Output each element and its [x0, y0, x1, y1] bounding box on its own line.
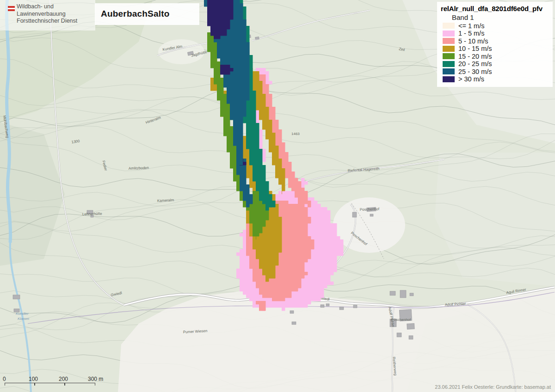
map-label: Riefental Hagereith	[348, 166, 380, 173]
org-line: Forsttechnischer Dienst	[17, 18, 77, 25]
scale-bar-line	[5, 383, 95, 386]
legend-entry-label: 25 - 30 m/s	[458, 68, 492, 75]
org-line: Lawinenverbauung	[17, 11, 77, 18]
map-label: Hinteralm	[145, 116, 162, 125]
legend-swatch	[443, 31, 455, 37]
legend-entry-label: 10 - 15 m/s	[458, 45, 492, 52]
legend-entry-label: 5 - 10 m/s	[458, 37, 488, 45]
legend-swatch	[443, 68, 455, 74]
legend-entry-label: 1 - 5 m/s	[458, 30, 484, 37]
map-label: Kameralm	[157, 198, 174, 203]
legend-entry: 5 - 10 m/s	[443, 38, 553, 44]
org-line: Wildbach- und	[17, 3, 77, 11]
map-title-box: AuberbachSalto	[95, 3, 199, 25]
scale-label: 200	[59, 376, 68, 382]
scale-bar: 0 100 200 300 m	[5, 376, 111, 388]
legend-entry-label: > 30 m/s	[458, 75, 484, 83]
legend-swatch	[443, 76, 455, 82]
legend-entry: 15 - 20 m/s	[443, 53, 553, 60]
legend-swatch	[443, 38, 455, 44]
map-label: Poschenhof	[360, 207, 380, 212]
org-header: Wildbach- und Lawinenverbauung Forsttech…	[0, 0, 95, 31]
scale-label: 300 m	[88, 376, 103, 382]
legend-swatch	[443, 46, 455, 52]
map-label: Kundler	[16, 312, 29, 316]
legend-entry: 1 - 5 m/s	[443, 31, 553, 37]
scale-tick	[34, 383, 35, 386]
map-label: 1463	[291, 132, 300, 136]
map-label: 1300	[71, 139, 80, 144]
scale-tick	[64, 383, 65, 386]
legend-entry: 25 - 30 m/s	[443, 68, 553, 75]
legend-entries: <= 1 m/s1 - 5 m/s5 - 10 m/s10 - 15 m/s15…	[441, 23, 553, 82]
map-label: Klamm	[18, 317, 29, 321]
austria-flag-icon	[8, 6, 15, 11]
legend-entry: 10 - 15 m/s	[443, 46, 553, 52]
legend-title: relAlr_null_dfa_8201df6e0d_pfv	[441, 5, 553, 12]
scale-label: 100	[29, 376, 38, 382]
legend-entry-label: <= 1 m/s	[458, 22, 484, 30]
map-label: Amlitzboden	[129, 165, 149, 171]
legend-swatch	[443, 53, 455, 59]
org-name: Wildbach- und Lawinenverbauung Forsttech…	[17, 3, 77, 25]
map-label: Fedier	[101, 160, 108, 172]
legend-band-label: Band 1	[452, 13, 553, 21]
legend-panel: relAlr_null_dfa_8201df6e0d_pfv Band 1 <=…	[437, 2, 553, 87]
avalanche-velocity-overlay	[204, 0, 343, 311]
map-title: AuberbachSalto	[101, 9, 170, 19]
map-label: Pöschenhof	[391, 318, 411, 322]
map-label: Zeil	[399, 47, 406, 52]
legend-entry-label: 20 - 25 m/s	[458, 60, 492, 67]
scale-label: 0	[3, 376, 6, 382]
legend-entry: <= 1 m/s	[443, 23, 553, 29]
legend-swatch	[443, 23, 455, 29]
legend-entry-label: 15 - 20 m/s	[458, 53, 492, 60]
legend-entry: 20 - 25 m/s	[443, 61, 553, 67]
map-attribution: 23.06.2021 Felix Oesterle: Grundkarte: b…	[435, 384, 551, 390]
legend-entry: > 30 m/s	[443, 76, 553, 83]
map-stage: Kundler AlmJagdhütteHinteralm1300Amlitzb…	[0, 0, 555, 392]
map-label: Gwiedl	[111, 291, 123, 297]
map-label: Lehnerhütte	[82, 211, 103, 216]
legend-swatch	[443, 61, 455, 67]
